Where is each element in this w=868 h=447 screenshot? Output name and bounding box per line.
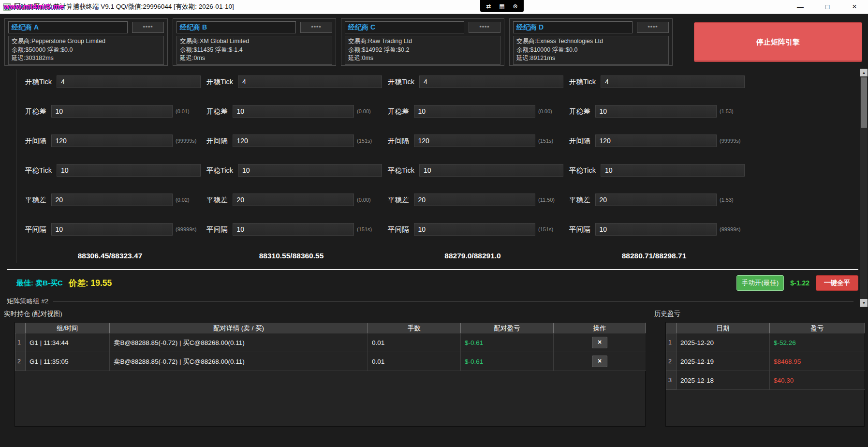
- parameter-annotation: (151s): [535, 226, 563, 232]
- parameter-input[interactable]: 120: [595, 134, 717, 147]
- parameter-input[interactable]: 10: [57, 164, 201, 177]
- parameter-input[interactable]: 10: [601, 164, 745, 177]
- parameter-input[interactable]: 4: [238, 75, 382, 88]
- operation-cell: ×: [554, 333, 646, 352]
- engine-button-wrap: 停止矩阵引擎: [694, 18, 862, 66]
- broker-password-input[interactable]: ****: [469, 22, 500, 33]
- parameter-input[interactable]: 120: [51, 134, 173, 147]
- scroll-up-icon[interactable]: ▲: [860, 69, 868, 76]
- close-position-button[interactable]: ×: [592, 356, 607, 367]
- close-button[interactable]: ×: [841, 0, 868, 14]
- parameter-input[interactable]: 20: [414, 194, 536, 206]
- parameter-row: 开间隔 120 (99999s): [19, 134, 201, 147]
- parameter-input[interactable]: 4: [601, 75, 745, 88]
- broker-panel: 经纪商 D **** 交易商:Exness Technologies Ltd 余…: [509, 18, 673, 66]
- parameter-annotation: (1.53): [717, 197, 745, 203]
- parameter-input[interactable]: 10: [51, 105, 173, 118]
- column-header: [15, 323, 26, 333]
- screen-recorder-overlay: ⇄ ▦ ⊗: [480, 0, 524, 12]
- parameter-input[interactable]: 4: [57, 75, 201, 88]
- broker-latency-line: 延迟:89121ms: [516, 54, 665, 63]
- parameter-annotation: (11.50): [535, 197, 563, 203]
- parameter-row: 平稳Tick 10: [201, 164, 382, 177]
- parameter-label: 平稳Tick: [388, 166, 419, 175]
- broker-name-input[interactable]: 经纪商 C: [345, 21, 464, 33]
- history-table-body: 1 2025-12-20 $-52.26 2 2025-12-19 $8468.…: [666, 333, 864, 390]
- broker-dealer-line: 交易商:Pepperstone Group Limited: [12, 37, 161, 46]
- position-row[interactable]: 2 G1 | 11:35:05 卖B@88288.85(-0.72) | 买C@…: [15, 352, 645, 371]
- parameter-annotation: (0.01): [173, 108, 201, 114]
- parameter-input[interactable]: 10: [414, 223, 536, 236]
- parameter-row: 平间隔 10 (151s): [382, 223, 563, 236]
- broker-info-box: 交易商:Raw Trading Ltd 余额:$14992 浮盈:$0.2 延迟…: [345, 36, 500, 65]
- parameter-input[interactable]: 10: [233, 105, 354, 118]
- broker-name-input[interactable]: 经纪商 B: [177, 21, 296, 33]
- manual-open-button[interactable]: 手动开(最佳): [736, 275, 784, 291]
- parameter-input[interactable]: 20: [51, 194, 173, 206]
- close-position-button[interactable]: ×: [592, 337, 607, 348]
- app-window: { "titlebar": { "title": "阿哈四平台价差计算捕获终端 …: [0, 0, 868, 447]
- parameter-input[interactable]: 10: [419, 164, 563, 177]
- broker-name-input[interactable]: 经纪商 A: [8, 21, 128, 33]
- parameter-input[interactable]: 10: [238, 164, 382, 177]
- pair-pl-cell: $-0.61: [461, 352, 554, 371]
- broker-balance-line: 余额:$50000 浮盈:$0.0: [12, 46, 161, 55]
- pl-cell: $-52.26: [770, 333, 865, 352]
- parameter-input[interactable]: 10: [233, 223, 354, 236]
- parameter-input[interactable]: 10: [595, 223, 717, 236]
- parameter-input[interactable]: 4: [419, 75, 563, 88]
- broker-info-box: 交易商:Exness Technologies Ltd 余额:$10000 浮盈…: [513, 36, 669, 65]
- broker-password-input[interactable]: ****: [637, 22, 669, 33]
- parameter-input[interactable]: 10: [51, 223, 173, 236]
- parameter-row: 开稳Tick 4: [382, 75, 563, 88]
- parameter-row: 平稳Tick 10: [19, 164, 201, 177]
- parameter-row: 平稳差 20 (11.50): [382, 194, 563, 206]
- parameter-input[interactable]: 10: [595, 105, 717, 118]
- pl-cell: $40.30: [770, 371, 865, 390]
- parameter-row: 开稳Tick 4: [19, 75, 201, 88]
- screenshare-icon[interactable]: ⇄: [486, 3, 491, 9]
- parameter-annotation: (0.00): [354, 197, 382, 203]
- divider-line: [7, 269, 858, 270]
- row-number: 2: [666, 352, 677, 371]
- stop-engine-button[interactable]: 停止矩阵引擎: [694, 22, 862, 62]
- parameter-row: 平稳差 20 (0.02): [19, 194, 201, 206]
- parameter-annotation: (1.53): [717, 108, 745, 114]
- vertical-scrollbar[interactable]: ▲ ▼: [860, 69, 868, 307]
- minimize-button[interactable]: —: [787, 0, 814, 14]
- parameter-annotation: (0.00): [535, 108, 563, 114]
- broker-name-input[interactable]: 经纪商 D: [513, 21, 633, 33]
- history-row[interactable]: 2 2025-12-19 $8468.95: [666, 352, 864, 371]
- date-cell: 2025-12-18: [677, 371, 770, 390]
- bid-ask-quote: 88279.0/88291.0: [382, 252, 563, 260]
- history-row[interactable]: 1 2025-12-20 $-52.26: [666, 333, 864, 352]
- operation-cell: ×: [554, 352, 646, 371]
- parameter-row: 开间隔 120 (151s): [201, 134, 382, 147]
- display-icon[interactable]: ▦: [499, 3, 504, 9]
- column-header: 配对详情 (卖 / 买): [110, 323, 368, 333]
- broker-password-input[interactable]: ****: [132, 22, 164, 33]
- broker-password-input[interactable]: ****: [300, 22, 332, 33]
- parameter-input[interactable]: 120: [414, 134, 536, 147]
- column-header: 操作: [554, 323, 646, 333]
- parameter-input[interactable]: 120: [233, 134, 354, 147]
- parameter-row: 平间隔 10 (99999s): [19, 223, 201, 236]
- parameter-input[interactable]: 10: [414, 105, 536, 118]
- overlay-close-icon[interactable]: ⊗: [513, 3, 518, 9]
- next-group-label: 矩阵策略组 #2: [7, 297, 48, 306]
- history-table-header: 日期 盈亏: [666, 323, 864, 333]
- position-row[interactable]: 1 G1 | 11:34:44 卖B@88288.85(-0.72) | 买C@…: [15, 333, 645, 352]
- broker-panel: 经纪商 B **** 交易商:XM Global Limited 余额:$114…: [173, 18, 336, 66]
- scroll-down-icon[interactable]: ▼: [860, 299, 868, 307]
- scrollbar-thumb[interactable]: [861, 77, 867, 128]
- parameter-input[interactable]: 20: [233, 194, 354, 206]
- pair-pl-cell: $-0.61: [461, 333, 554, 352]
- parameter-input[interactable]: 20: [595, 194, 717, 206]
- parameter-label: 开间隔: [25, 136, 51, 146]
- row-number: 3: [666, 371, 677, 390]
- parameter-label: 平稳差: [388, 195, 414, 205]
- close-all-button[interactable]: 一键全平: [816, 275, 858, 291]
- lots-cell: 0.01: [368, 333, 461, 352]
- maximize-button[interactable]: □: [814, 0, 841, 14]
- history-row[interactable]: 3 2025-12-18 $40.30: [666, 371, 864, 390]
